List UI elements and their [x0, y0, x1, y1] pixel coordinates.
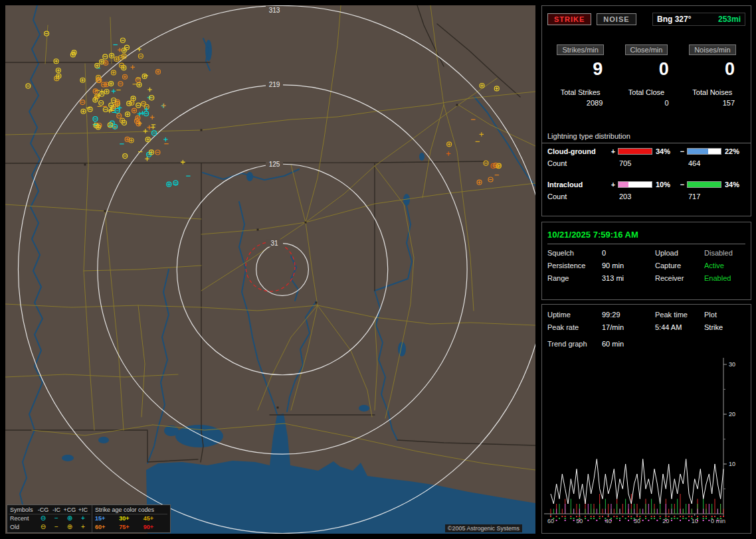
ic-minus-sign: −	[678, 181, 687, 189]
legend-symbols-header: Symbols	[9, 506, 37, 514]
noises-per-min-label: Noises/min	[689, 44, 735, 55]
status-panel: 10/21/2025 7:59:16 AM Squelch 0 Upload D…	[541, 222, 751, 300]
total-close-value: 0	[613, 99, 679, 107]
legend-col-neg-cg: -CG	[37, 506, 50, 514]
trend-panel: Uptime 99:29 Peak time Plot Peak rate 17…	[541, 304, 751, 534]
map-canvas[interactable]: 31321912531	[5, 5, 535, 534]
pos-ic-old-icon: +	[76, 523, 90, 532]
statistics-panel: STRIKE NOISE Bng 327° 253mi Strikes/min …	[541, 5, 751, 216]
noise-indicator[interactable]: NOISE	[597, 13, 636, 25]
trend-graph: 1020306050403020100 min	[543, 348, 751, 533]
cg-minus-pct: 22%	[721, 147, 751, 155]
svg-text:313: 313	[269, 7, 280, 14]
total-strikes-value: 2089	[547, 99, 613, 107]
cg-plus-bar	[618, 148, 652, 155]
cloud-ground-label: Cloud-ground	[547, 147, 609, 155]
legend-row-old: Old	[9, 523, 37, 532]
age-90: 90+	[143, 523, 167, 532]
ic-plus-bar	[618, 181, 652, 188]
legend-col-pos-cg: +CG	[63, 506, 76, 514]
map-legend: Symbols -CG -IC +CG +IC Recent ⊖ − ⊕ + O…	[7, 504, 171, 533]
trend-graph-label: Trend graph	[547, 340, 602, 348]
plot-value: Strike	[704, 323, 745, 331]
pos-cg-old-icon: ⊕	[63, 523, 76, 532]
ic-minus-pct: 34%	[721, 181, 751, 189]
svg-text:219: 219	[269, 81, 280, 88]
total-strikes-label: Total Strikes	[547, 88, 613, 96]
close-per-min-value: 0	[613, 59, 679, 79]
distribution-title: Lightning type distribution	[542, 132, 751, 143]
svg-text:30: 30	[729, 361, 735, 368]
uptime-value: 99:29	[602, 311, 655, 319]
ic-count-label: Count	[547, 193, 609, 200]
neg-cg-recent-icon: ⊖	[37, 514, 50, 523]
squelch-value: 0	[602, 249, 655, 257]
age-15: 15+	[95, 514, 119, 523]
peak-time-label: Peak time	[655, 311, 704, 319]
legend-age-header: Strike age color codes	[95, 506, 167, 514]
legend-col-neg-ic: -IC	[50, 506, 63, 514]
range-value: 313 mi	[602, 274, 655, 282]
ic-plus-sign: +	[609, 181, 618, 189]
bearing-display: Bng 327° 253mi	[652, 13, 745, 26]
strikes-per-min-value: 9	[547, 59, 613, 79]
strikes-per-min-label: Strikes/min	[557, 44, 603, 55]
legend-row-recent: Recent	[9, 514, 37, 523]
svg-text:10: 10	[729, 461, 735, 467]
noises-per-min-value: 0	[680, 59, 745, 79]
lightning-map[interactable]: 31321912531 Symbols -CG -IC +CG +IC Rece…	[5, 5, 535, 534]
persistence-value: 90 min	[602, 262, 655, 270]
range-label: Range	[547, 274, 602, 282]
persistence-label: Persistence	[547, 262, 602, 270]
intracloud-label: Intracloud	[547, 181, 609, 189]
legend-col-pos-ic: +IC	[76, 506, 90, 514]
plot-label: Plot	[704, 311, 745, 319]
legend-age-block: Strike age color codes 15+ 30+ 45+ 60+ 7…	[92, 505, 170, 532]
ic-minus-bar	[687, 181, 721, 188]
peak-rate-label: Peak rate	[547, 323, 602, 331]
neg-ic-recent-icon: −	[50, 514, 63, 523]
cg-plus-sign: +	[609, 147, 618, 155]
neg-ic-old-icon: −	[50, 523, 63, 532]
legend-symbols-block: Symbols -CG -IC +CG +IC Recent ⊖ − ⊕ + O…	[7, 505, 92, 532]
age-45: 45+	[143, 514, 167, 523]
capture-status: Active	[704, 262, 745, 270]
uptime-label: Uptime	[547, 311, 602, 319]
trend-window-value: 60 min	[602, 340, 655, 348]
datetime-display: 10/21/2025 7:59:16 AM	[547, 230, 745, 240]
close-per-min-label: Close/min	[625, 44, 668, 55]
capture-label: Capture	[655, 262, 704, 270]
bearing-value: Bng 327°	[657, 15, 691, 24]
receiver-status: Enabled	[704, 274, 745, 282]
cg-minus-bar	[687, 148, 721, 155]
ic-plus-pct: 10%	[652, 181, 678, 189]
cg-minus-sign: −	[678, 147, 687, 155]
total-noises-value: 157	[680, 99, 745, 107]
upload-label: Upload	[655, 249, 704, 257]
age-30: 30+	[119, 514, 143, 523]
ic-minus-count: 717	[687, 193, 721, 200]
age-75: 75+	[119, 523, 143, 532]
upload-status: Disabled	[704, 249, 745, 257]
svg-text:20: 20	[729, 411, 735, 418]
cg-minus-count: 464	[687, 159, 721, 167]
receiver-label: Receiver	[655, 274, 704, 282]
copyright-label: ©2005 Astrogenic Systems	[445, 524, 522, 532]
cg-plus-pct: 34%	[652, 147, 678, 155]
svg-text:125: 125	[269, 161, 280, 168]
ic-plus-count: 203	[618, 193, 652, 200]
peak-rate-value: 17/min	[602, 323, 655, 331]
age-60: 60+	[95, 523, 119, 532]
bearing-distance: 253mi	[718, 15, 741, 24]
svg-text:31: 31	[270, 240, 278, 247]
total-noises-label: Total Noises	[680, 88, 745, 96]
app-window: 31321912531 Symbols -CG -IC +CG +IC Rece…	[0, 0, 756, 539]
total-close-label: Total Close	[613, 88, 679, 96]
neg-cg-old-icon: ⊖	[37, 523, 50, 532]
pos-ic-recent-icon: +	[76, 514, 90, 523]
cg-plus-count: 705	[618, 159, 652, 167]
peak-time-value: 5:44 AM	[655, 323, 704, 331]
strike-indicator[interactable]: STRIKE	[547, 13, 591, 25]
cg-count-label: Count	[547, 159, 609, 167]
squelch-label: Squelch	[547, 249, 602, 257]
